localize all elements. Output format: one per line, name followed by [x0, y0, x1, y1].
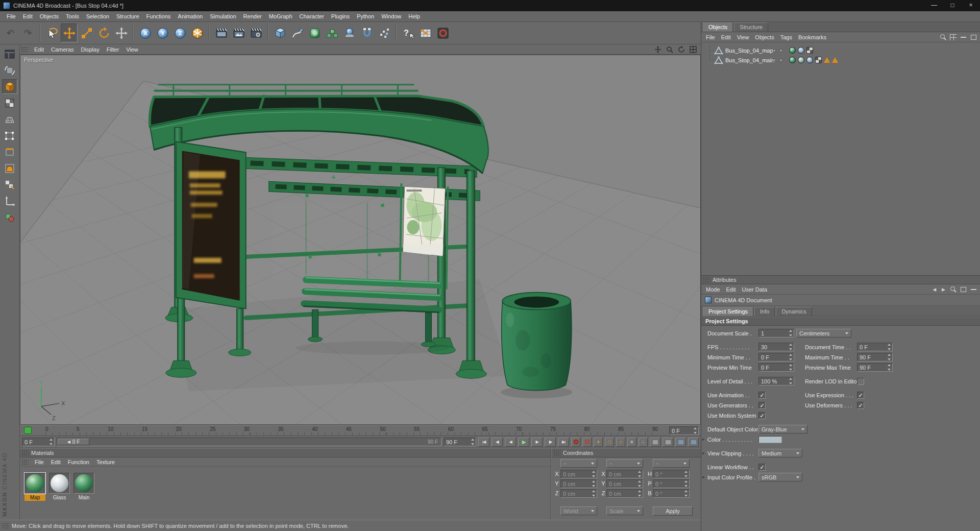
model-mode-button[interactable]: [2, 79, 17, 94]
spinner-icon[interactable]: [788, 343, 794, 351]
record-scale-button[interactable]: □: [605, 438, 614, 447]
use-generators-checkbox[interactable]: ✓: [758, 402, 766, 409]
preview-max-time-field[interactable]: 90 F: [857, 363, 893, 372]
undo-button[interactable]: ↶: [2, 23, 19, 42]
snap-magnet-button[interactable]: [358, 23, 375, 42]
use-motion-system-checkbox[interactable]: ✓: [758, 412, 766, 419]
menu-edit[interactable]: Edit: [19, 12, 36, 20]
next-key-button[interactable]: |▶: [545, 438, 556, 447]
menu-tools[interactable]: Tools: [62, 12, 83, 20]
powerslider-menu-button[interactable]: [688, 438, 699, 447]
menu-simulation[interactable]: Simulation: [206, 12, 239, 20]
trash-bin[interactable]: [501, 293, 572, 398]
points-mode-button[interactable]: [2, 128, 17, 143]
om-menu-objects[interactable]: Objects: [752, 34, 777, 41]
content-browser-button[interactable]: [417, 23, 434, 42]
mat-menu-function[interactable]: Function: [64, 458, 93, 466]
viewport-pan-icon[interactable]: [653, 45, 663, 53]
add-subdivision-surface-button[interactable]: [306, 23, 323, 42]
editor-visibility-dot[interactable]: [773, 59, 776, 62]
maximum-time-field[interactable]: 90 F: [857, 353, 893, 361]
minimum-time-field[interactable]: 0 F: [758, 353, 794, 361]
maximize-button[interactable]: □: [943, 0, 962, 11]
menu-render[interactable]: Render: [240, 12, 265, 20]
help-button[interactable]: ?: [400, 23, 416, 42]
spinner-icon[interactable]: [887, 353, 892, 361]
attr-menu-edit[interactable]: Edit: [723, 286, 739, 293]
color-swatch[interactable]: [758, 436, 782, 443]
tab-structure[interactable]: Structure: [734, 22, 768, 32]
menu-objects[interactable]: Objects: [36, 12, 62, 20]
add-particles-button[interactable]: [376, 23, 393, 42]
panel-grip[interactable]: [21, 459, 29, 465]
add-cube-button[interactable]: [272, 23, 288, 42]
next-frame-button[interactable]: ▶: [531, 438, 543, 447]
spinner-icon[interactable]: [788, 353, 794, 361]
panel-grip[interactable]: [553, 450, 560, 456]
document-row[interactable]: CINEMA 4D Document: [701, 295, 980, 306]
section-project-settings[interactable]: Project Settings: [701, 317, 980, 326]
size-x-field[interactable]: 0 cm: [606, 470, 643, 478]
scale-dropdown[interactable]: Scale: [606, 506, 643, 515]
add-spline-button[interactable]: [289, 23, 306, 42]
panel-icon[interactable]: [970, 34, 977, 41]
menu-character[interactable]: Character: [296, 12, 328, 20]
browser-icon[interactable]: [949, 34, 957, 41]
om-menu-file[interactable]: File: [703, 34, 718, 41]
coordinate-system-button[interactable]: [189, 23, 206, 42]
spinner-icon[interactable]: [788, 377, 794, 385]
goto-end-button[interactable]: ▶|: [558, 438, 569, 447]
record-keyframe-button[interactable]: [571, 438, 580, 447]
rot-p-field[interactable]: 0 °: [653, 479, 690, 488]
lock-y-axis-button[interactable]: Y: [154, 23, 171, 42]
attr-search-icon[interactable]: [949, 286, 957, 293]
expand-caret-icon[interactable]: ▸: [702, 450, 705, 455]
material-item-main[interactable]: Main: [74, 473, 94, 501]
phong-tag-icon[interactable]: [806, 57, 813, 63]
render-view-button[interactable]: [213, 23, 230, 42]
view-clipping-dropdown[interactable]: Medium: [758, 449, 802, 457]
history-forward-icon[interactable]: ▶: [940, 287, 947, 292]
document-time-field[interactable]: 0 F: [857, 343, 893, 351]
size-z-field[interactable]: 0 cm: [606, 489, 643, 498]
scale-tool-button[interactable]: [78, 23, 95, 42]
convert-object-button[interactable]: [2, 63, 17, 78]
material-tag-icon[interactable]: [789, 57, 796, 63]
material-tag-icon[interactable]: [789, 47, 796, 54]
document-scale-unit-dropdown[interactable]: Centimeters: [796, 329, 851, 337]
material-thumbnail[interactable]: [74, 473, 94, 494]
world-object-dropdown[interactable]: World: [560, 506, 597, 515]
render-visibility-dot[interactable]: [779, 49, 782, 52]
om-menu-edit[interactable]: Edit: [718, 34, 734, 41]
search-icon[interactable]: [939, 34, 947, 41]
use-deformers-checkbox[interactable]: ✓: [857, 402, 864, 409]
range-start-handle[interactable]: ◀ 0 F: [58, 439, 89, 445]
fps-field[interactable]: 30: [758, 343, 794, 351]
om-menu-bookmarks[interactable]: Bookmarks: [795, 34, 829, 41]
playback-options-button[interactable]: [650, 438, 660, 447]
add-mograph-button[interactable]: [324, 23, 340, 42]
spinner-icon[interactable]: [693, 427, 698, 435]
phong-tag-icon[interactable]: [798, 47, 804, 54]
autokey-button[interactable]: [582, 438, 592, 447]
attributes-header[interactable]: Attributes: [701, 276, 980, 284]
material-thumbnail[interactable]: [49, 473, 70, 494]
menu-animation[interactable]: Animation: [174, 12, 206, 20]
snap-settings-button[interactable]: [2, 210, 17, 225]
play-button[interactable]: ▶: [518, 438, 529, 447]
spinner-icon[interactable]: [470, 438, 476, 446]
close-button[interactable]: ×: [962, 0, 980, 11]
vp-menu-edit[interactable]: Edit: [31, 46, 47, 53]
use-expression-checkbox[interactable]: ✓: [857, 392, 864, 399]
advertising-panel[interactable]: [176, 142, 246, 309]
lock-z-axis-button[interactable]: Z: [172, 23, 188, 42]
expand-caret-icon[interactable]: ▸: [702, 437, 705, 442]
panel-grip[interactable]: [703, 277, 710, 283]
texture-mode-button[interactable]: [2, 95, 17, 110]
record-position-button[interactable]: +: [594, 438, 603, 447]
attr-lock-icon[interactable]: [960, 286, 967, 293]
polygons-mode-button[interactable]: [2, 161, 17, 176]
om-menu-view[interactable]: View: [734, 34, 752, 41]
preview-min-time-field[interactable]: 0 F: [758, 363, 794, 372]
keyframe-selection-button[interactable]: [663, 438, 673, 447]
